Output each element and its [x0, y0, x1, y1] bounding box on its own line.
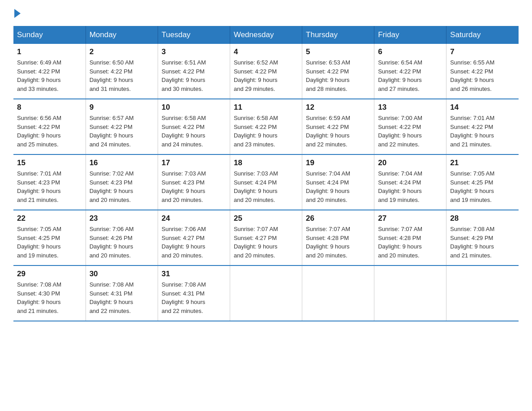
- day-info: Sunrise: 7:05 AM Sunset: 4:25 PM Dayligh…: [17, 225, 82, 260]
- day-number: 5: [306, 47, 370, 56]
- calendar-cell: 30 Sunrise: 7:08 AM Sunset: 4:31 PM Dayl…: [86, 265, 158, 321]
- calendar-cell: 27 Sunrise: 7:07 AM Sunset: 4:28 PM Dayl…: [374, 210, 446, 265]
- day-info: Sunrise: 7:01 AM Sunset: 4:22 PM Dayligh…: [450, 114, 515, 149]
- day-info: Sunrise: 6:53 AM Sunset: 4:22 PM Dayligh…: [306, 58, 370, 93]
- calendar-cell: 14 Sunrise: 7:01 AM Sunset: 4:22 PM Dayl…: [446, 99, 519, 154]
- day-info: Sunrise: 7:08 AM Sunset: 4:31 PM Dayligh…: [162, 280, 226, 315]
- day-info: Sunrise: 6:55 AM Sunset: 4:22 PM Dayligh…: [450, 58, 515, 93]
- day-info: Sunrise: 7:04 AM Sunset: 4:24 PM Dayligh…: [306, 169, 370, 204]
- day-number: 4: [234, 47, 298, 56]
- day-number: 17: [162, 158, 226, 167]
- calendar-cell: 13 Sunrise: 7:00 AM Sunset: 4:22 PM Dayl…: [374, 99, 446, 154]
- day-number: 12: [306, 103, 370, 112]
- calendar-table: SundayMondayTuesdayWednesdayThursdayFrid…: [13, 26, 519, 321]
- day-info: Sunrise: 6:49 AM Sunset: 4:22 PM Dayligh…: [17, 58, 82, 93]
- day-number: 27: [378, 214, 442, 223]
- calendar-cell: 25 Sunrise: 7:07 AM Sunset: 4:27 PM Dayl…: [230, 210, 302, 265]
- day-number: 26: [306, 214, 370, 223]
- calendar-cell: 3 Sunrise: 6:51 AM Sunset: 4:22 PM Dayli…: [158, 44, 230, 99]
- logo-arrow-icon: [14, 9, 21, 18]
- day-number: 29: [17, 270, 82, 278]
- calendar-cell: 7 Sunrise: 6:55 AM Sunset: 4:22 PM Dayli…: [446, 44, 519, 99]
- calendar-cell: 6 Sunrise: 6:54 AM Sunset: 4:22 PM Dayli…: [374, 44, 446, 99]
- calendar-cell: 1 Sunrise: 6:49 AM Sunset: 4:22 PM Dayli…: [13, 44, 86, 99]
- day-number: 25: [234, 214, 298, 223]
- day-info: Sunrise: 6:57 AM Sunset: 4:22 PM Dayligh…: [90, 114, 154, 149]
- calendar-cell: 20 Sunrise: 7:04 AM Sunset: 4:24 PM Dayl…: [374, 154, 446, 210]
- page-header: [13, 9, 519, 17]
- calendar-cell: 22 Sunrise: 7:05 AM Sunset: 4:25 PM Dayl…: [13, 210, 86, 265]
- calendar-week-row: 29 Sunrise: 7:08 AM Sunset: 4:30 PM Dayl…: [13, 265, 519, 321]
- calendar-cell: 8 Sunrise: 6:56 AM Sunset: 4:22 PM Dayli…: [13, 99, 86, 154]
- day-info: Sunrise: 7:06 AM Sunset: 4:26 PM Dayligh…: [90, 225, 154, 260]
- day-number: 7: [450, 47, 515, 56]
- day-info: Sunrise: 7:08 AM Sunset: 4:30 PM Dayligh…: [17, 280, 82, 315]
- day-info: Sunrise: 7:04 AM Sunset: 4:24 PM Dayligh…: [378, 169, 442, 204]
- day-info: Sunrise: 6:50 AM Sunset: 4:22 PM Dayligh…: [90, 58, 154, 93]
- calendar-cell: 10 Sunrise: 6:58 AM Sunset: 4:22 PM Dayl…: [158, 99, 230, 154]
- day-info: Sunrise: 7:07 AM Sunset: 4:28 PM Dayligh…: [378, 225, 442, 260]
- day-header-wednesday: Wednesday: [230, 26, 302, 44]
- day-number: 31: [162, 270, 226, 278]
- day-info: Sunrise: 6:51 AM Sunset: 4:22 PM Dayligh…: [162, 58, 226, 93]
- day-number: 6: [378, 47, 442, 56]
- day-number: 3: [162, 47, 226, 56]
- calendar-cell: 4 Sunrise: 6:52 AM Sunset: 4:22 PM Dayli…: [230, 44, 302, 99]
- day-number: 28: [450, 214, 515, 223]
- day-info: Sunrise: 6:58 AM Sunset: 4:22 PM Dayligh…: [234, 114, 298, 149]
- day-number: 24: [162, 214, 226, 223]
- calendar-cell: 23 Sunrise: 7:06 AM Sunset: 4:26 PM Dayl…: [86, 210, 158, 265]
- calendar-cell: 9 Sunrise: 6:57 AM Sunset: 4:22 PM Dayli…: [86, 99, 158, 154]
- day-number: 9: [90, 103, 154, 112]
- calendar-cell: 31 Sunrise: 7:08 AM Sunset: 4:31 PM Dayl…: [158, 265, 230, 321]
- calendar-cell: 17 Sunrise: 7:03 AM Sunset: 4:23 PM Dayl…: [158, 154, 230, 210]
- day-number: 16: [90, 158, 154, 167]
- calendar-cell: [230, 265, 302, 321]
- day-info: Sunrise: 7:08 AM Sunset: 4:31 PM Dayligh…: [90, 280, 154, 315]
- day-number: 13: [378, 103, 442, 112]
- day-info: Sunrise: 6:56 AM Sunset: 4:22 PM Dayligh…: [17, 114, 82, 149]
- day-info: Sunrise: 6:59 AM Sunset: 4:22 PM Dayligh…: [306, 114, 370, 149]
- calendar-cell: [374, 265, 446, 321]
- day-info: Sunrise: 6:52 AM Sunset: 4:22 PM Dayligh…: [234, 58, 298, 93]
- day-number: 19: [306, 158, 370, 167]
- day-info: Sunrise: 6:58 AM Sunset: 4:22 PM Dayligh…: [162, 114, 226, 149]
- calendar-week-row: 15 Sunrise: 7:01 AM Sunset: 4:23 PM Dayl…: [13, 154, 519, 210]
- day-number: 20: [378, 158, 442, 167]
- calendar-cell: 2 Sunrise: 6:50 AM Sunset: 4:22 PM Dayli…: [86, 44, 158, 99]
- day-info: Sunrise: 7:03 AM Sunset: 4:23 PM Dayligh…: [162, 169, 226, 204]
- calendar-cell: 5 Sunrise: 6:53 AM Sunset: 4:22 PM Dayli…: [302, 44, 374, 99]
- day-info: Sunrise: 7:06 AM Sunset: 4:27 PM Dayligh…: [162, 225, 226, 260]
- calendar-cell: 29 Sunrise: 7:08 AM Sunset: 4:30 PM Dayl…: [13, 265, 86, 321]
- day-number: 18: [234, 158, 298, 167]
- calendar-cell: 18 Sunrise: 7:03 AM Sunset: 4:24 PM Dayl…: [230, 154, 302, 210]
- logo: [13, 9, 21, 17]
- day-number: 14: [450, 103, 515, 112]
- day-header-tuesday: Tuesday: [158, 26, 230, 44]
- day-header-thursday: Thursday: [302, 26, 374, 44]
- day-number: 8: [17, 103, 82, 112]
- day-info: Sunrise: 7:07 AM Sunset: 4:28 PM Dayligh…: [306, 225, 370, 260]
- calendar-week-row: 1 Sunrise: 6:49 AM Sunset: 4:22 PM Dayli…: [13, 44, 519, 99]
- calendar-week-row: 22 Sunrise: 7:05 AM Sunset: 4:25 PM Dayl…: [13, 210, 519, 265]
- day-header-saturday: Saturday: [446, 26, 519, 44]
- calendar-cell: 19 Sunrise: 7:04 AM Sunset: 4:24 PM Dayl…: [302, 154, 374, 210]
- calendar-header-row: SundayMondayTuesdayWednesdayThursdayFrid…: [13, 26, 519, 44]
- calendar-cell: 28 Sunrise: 7:08 AM Sunset: 4:29 PM Dayl…: [446, 210, 519, 265]
- calendar-cell: [446, 265, 519, 321]
- day-number: 2: [90, 47, 154, 56]
- day-number: 30: [90, 270, 154, 278]
- day-header-sunday: Sunday: [13, 26, 86, 44]
- day-number: 21: [450, 158, 515, 167]
- day-number: 11: [234, 103, 298, 112]
- calendar-cell: 15 Sunrise: 7:01 AM Sunset: 4:23 PM Dayl…: [13, 154, 86, 210]
- calendar-week-row: 8 Sunrise: 6:56 AM Sunset: 4:22 PM Dayli…: [13, 99, 519, 154]
- calendar-cell: 21 Sunrise: 7:05 AM Sunset: 4:25 PM Dayl…: [446, 154, 519, 210]
- day-info: Sunrise: 7:08 AM Sunset: 4:29 PM Dayligh…: [450, 225, 515, 260]
- day-header-friday: Friday: [374, 26, 446, 44]
- day-info: Sunrise: 7:02 AM Sunset: 4:23 PM Dayligh…: [90, 169, 154, 204]
- calendar-cell: [302, 265, 374, 321]
- calendar-cell: 16 Sunrise: 7:02 AM Sunset: 4:23 PM Dayl…: [86, 154, 158, 210]
- day-info: Sunrise: 7:07 AM Sunset: 4:27 PM Dayligh…: [234, 225, 298, 260]
- calendar-cell: 11 Sunrise: 6:58 AM Sunset: 4:22 PM Dayl…: [230, 99, 302, 154]
